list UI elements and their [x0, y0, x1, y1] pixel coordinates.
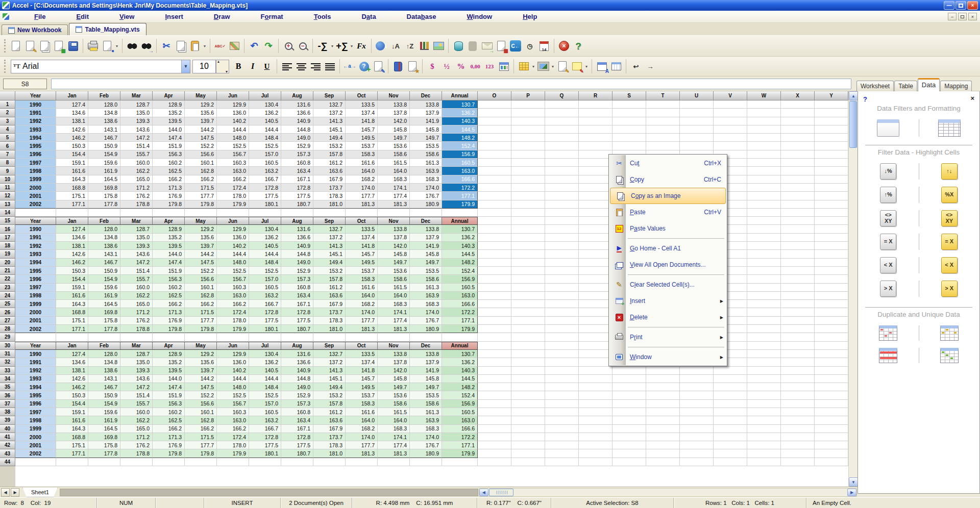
grid-cell[interactable]: 157.0: [249, 275, 281, 283]
paste-button[interactable]: [188, 39, 202, 53]
grid-cell[interactable]: [815, 175, 848, 184]
grid-cell[interactable]: [680, 458, 714, 466]
grid-cell[interactable]: [781, 449, 815, 458]
grid-cell[interactable]: 166.2: [185, 300, 217, 308]
grid-cell[interactable]: 156.7: [217, 275, 249, 283]
sheet-nav-left-icon[interactable]: ◀: [1, 488, 10, 497]
grid-cell[interactable]: [781, 184, 815, 192]
grid-cell[interactable]: [185, 333, 217, 341]
column-header[interactable]: Dec: [410, 91, 442, 100]
column-header[interactable]: Apr: [153, 91, 185, 100]
grid-cell[interactable]: 147.2: [120, 134, 153, 142]
grid-cell[interactable]: [545, 325, 579, 333]
grid-cell[interactable]: 2000: [15, 433, 56, 441]
grid-cell[interactable]: 177.7: [185, 317, 217, 325]
grid-cell[interactable]: 136.2: [442, 109, 478, 117]
column-header[interactable]: X: [781, 91, 815, 100]
filter-less-than-button[interactable]: < X: [880, 257, 896, 273]
grid-cell[interactable]: 148.4: [249, 383, 281, 391]
grid-cell[interactable]: 154.4: [56, 275, 88, 283]
row-header[interactable]: 37: [0, 400, 15, 408]
grid-cell[interactable]: [714, 109, 747, 117]
grid-cell[interactable]: 175.8: [88, 317, 120, 325]
grid-cell[interactable]: [747, 184, 781, 192]
grid-cell[interactable]: [511, 217, 545, 225]
grid-cell[interactable]: 173.7: [313, 433, 346, 441]
underline-button[interactable]: U: [260, 59, 274, 73]
column-header[interactable]: Feb: [88, 91, 120, 100]
grid-cell[interactable]: [781, 325, 815, 333]
grid-cell[interactable]: [612, 383, 646, 391]
grid-cell[interactable]: [680, 375, 714, 383]
grid-cell[interactable]: [781, 225, 815, 233]
scroll-up-button[interactable]: ▲: [849, 91, 858, 100]
grid-cell[interactable]: 149.0: [281, 259, 313, 267]
grid-cell[interactable]: 153.2: [313, 142, 346, 150]
grid-cell[interactable]: 157.3: [281, 275, 313, 283]
grid-cell[interactable]: [612, 142, 646, 150]
grid-cell[interactable]: [781, 441, 815, 449]
grid-cell[interactable]: 161.3: [410, 408, 442, 416]
grid-cell[interactable]: 177.1: [442, 441, 478, 449]
grid-cell[interactable]: 132.7: [313, 350, 346, 358]
grid-cell[interactable]: 158.6: [410, 400, 442, 408]
grid-cell[interactable]: [478, 300, 511, 308]
grid-cell[interactable]: 176.7: [410, 317, 442, 325]
grid-cell[interactable]: 168.8: [56, 308, 88, 316]
column-header[interactable]: Jun: [217, 91, 249, 100]
grid-cell[interactable]: 152.2: [185, 142, 217, 150]
grid-cell[interactable]: 133.8: [378, 350, 410, 358]
grid-cell[interactable]: 129.9: [217, 225, 249, 233]
table-header-cell[interactable]: Sep: [313, 342, 346, 350]
cut-button[interactable]: ✂: [159, 39, 174, 53]
grid-cell[interactable]: 160.8: [281, 159, 313, 167]
grid-cell[interactable]: 137.2: [313, 234, 346, 242]
grid-cell[interactable]: 163.6: [313, 416, 346, 424]
highlight-duplicate-rows-icon[interactable]: [879, 348, 897, 363]
align-center-button[interactable]: [294, 59, 308, 73]
grid-cell[interactable]: [781, 300, 815, 308]
grid-cell[interactable]: [747, 325, 781, 333]
sort-descending-button[interactable]: ↓A: [388, 39, 403, 53]
grid-cell[interactable]: 150.9: [88, 391, 120, 399]
grid-cell[interactable]: 136.0: [217, 234, 249, 242]
grid-cell[interactable]: 154.4: [56, 400, 88, 408]
grid-cell[interactable]: 158.3: [346, 400, 378, 408]
grid-cell[interactable]: 177.5: [249, 192, 281, 200]
table-header-cell[interactable]: Feb: [88, 217, 120, 225]
grid-cell[interactable]: [579, 317, 612, 325]
grid-cell[interactable]: [815, 234, 848, 242]
grid-cell[interactable]: [815, 375, 848, 383]
grid-cell[interactable]: [579, 350, 612, 358]
grid-cell[interactable]: [478, 441, 511, 449]
grid-cell[interactable]: [545, 225, 579, 233]
grid-cell[interactable]: [781, 284, 815, 292]
fraction-button[interactable]: ½: [439, 59, 454, 73]
filter-window-icon[interactable]: [877, 119, 899, 137]
grid-cell[interactable]: [56, 458, 88, 466]
column-header[interactable]: V: [714, 91, 747, 100]
grid-cell[interactable]: [747, 125, 781, 134]
column-header[interactable]: R: [579, 91, 612, 100]
grid-cell[interactable]: 148.0: [217, 259, 249, 267]
table-header-cell[interactable]: Oct: [346, 217, 378, 225]
grid-cell[interactable]: [747, 408, 781, 416]
grid-cell[interactable]: 2001: [15, 192, 56, 200]
grid-cell[interactable]: 130.4: [249, 100, 281, 109]
sheet-tab-sheet1[interactable]: Sheet1: [22, 488, 58, 497]
grid-cell[interactable]: [153, 209, 185, 217]
grid-cell[interactable]: 130.7: [442, 225, 478, 233]
add-help-button[interactable]: ?: [357, 59, 371, 73]
grid-cell[interactable]: [612, 375, 646, 383]
grid-cell[interactable]: [781, 109, 815, 117]
grid-cell[interactable]: [714, 433, 747, 441]
grid-cell[interactable]: 159.6: [88, 408, 120, 416]
grid-cell[interactable]: 1996: [15, 150, 56, 159]
grid-cell[interactable]: [478, 225, 511, 233]
grid-cell[interactable]: [747, 449, 781, 458]
grid-cell[interactable]: 138.6: [88, 117, 120, 125]
grid-cell[interactable]: [680, 449, 714, 458]
grid-cell[interactable]: [442, 333, 478, 341]
grid-cell[interactable]: [680, 134, 714, 142]
grid-cell[interactable]: 161.5: [378, 284, 410, 292]
